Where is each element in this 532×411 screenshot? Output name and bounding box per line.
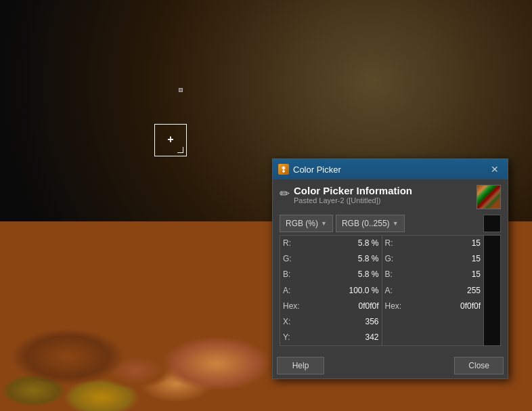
crosshair-inner [155, 125, 186, 156]
label-hex-right: Hex: [385, 300, 407, 313]
value-r-right: 15 [472, 237, 481, 250]
data-columns: R: 5.8 % G: 5.8 % B: 5.8 % A: 100.0 % He… [280, 235, 501, 346]
dropdown-rgb-255-arrow: ▼ [393, 220, 399, 227]
svg-point-0 [282, 167, 286, 170]
dropdown-rgb-255-label: RGB (0..255) [342, 219, 390, 228]
value-x: 356 [365, 316, 378, 328]
table-row: X: 356 [280, 314, 382, 330]
value-y: 342 [365, 331, 378, 344]
pipette-icon: ✏ [280, 186, 290, 201]
value-g-right: 15 [472, 253, 481, 265]
dropdown-rgb-percent-label: RGB (%) [286, 219, 318, 228]
dropdown-rgb-percent-arrow: ▼ [321, 220, 327, 227]
value-hex-left: 0f0f0f [358, 300, 378, 313]
dialog-icon [278, 164, 289, 175]
value-b-right: 15 [472, 268, 481, 281]
label-a-right: A: [385, 284, 407, 297]
label-a-left: A: [283, 284, 305, 297]
dialog-close-button[interactable]: ✕ [487, 162, 502, 177]
value-g-left: 5.8 % [358, 253, 379, 265]
info-header: ✏ Color Picker Information Pasted Layer-… [280, 185, 501, 209]
label-g-left: G: [283, 253, 305, 265]
table-row: G: 15 [382, 251, 484, 267]
label-r-right: R: [385, 237, 407, 250]
label-b-left: B: [283, 268, 305, 281]
table-row: B: 15 [382, 267, 484, 282]
label-g-right: G: [385, 253, 407, 265]
dropdown-rgb-percent[interactable]: RGB (%) ▼ [280, 215, 333, 232]
dropdown-group: RGB (%) ▼ RGB (0..255) ▼ [280, 215, 481, 232]
label-r-left: R: [283, 237, 305, 250]
col-left: R: 5.8 % G: 5.8 % B: 5.8 % A: 100.0 % He… [280, 235, 382, 346]
table-row: A: 255 [382, 283, 484, 299]
value-b-left: 5.8 % [358, 268, 379, 281]
value-r-left: 5.8 % [358, 237, 379, 250]
table-row: Hex: 0f0f0f [382, 299, 484, 314]
col-right: R: 15 G: 15 B: 15 A: 255 Hex: 0f0f0f [382, 235, 484, 346]
info-title-block: Color Picker Information Pasted Layer-2 … [294, 185, 412, 204]
table-row: B: 5.8 % [280, 267, 382, 282]
dialog-titlebar: Color Picker ✕ [273, 159, 508, 179]
crosshair-box [154, 124, 187, 156]
table-row: G: 5.8 % [280, 251, 382, 267]
color-swatch-column [483, 235, 501, 346]
label-x: X: [283, 316, 305, 328]
value-hex-right: 0f0f0f [460, 300, 481, 313]
label-hex-left: Hex: [283, 300, 305, 313]
color-picker-dialog: Color Picker ✕ ✏ Color Picker Informatio… [272, 158, 508, 379]
color-swatch-top [483, 215, 501, 232]
dialog-title-left: Color Picker [278, 164, 341, 175]
dialog-title: Color Picker [293, 165, 341, 175]
thumbnail-image [476, 185, 501, 209]
info-main-title: Color Picker Information [294, 185, 412, 196]
value-a-left: 100.0 % [349, 284, 378, 297]
info-header-left: ✏ Color Picker Information Pasted Layer-… [280, 185, 412, 204]
dropdowns-row: RGB (%) ▼ RGB (0..255) ▼ [280, 215, 501, 232]
table-row: Y: 342 [280, 330, 382, 345]
value-a-right: 255 [467, 284, 481, 297]
close-button[interactable]: Close [454, 357, 504, 374]
help-button[interactable]: Help [277, 357, 324, 374]
table-row: Hex: 0f0f0f [280, 299, 382, 314]
dropdown-rgb-255[interactable]: RGB (0..255) ▼ [336, 215, 405, 232]
dialog-content: ✏ Color Picker Information Pasted Layer-… [273, 179, 508, 351]
table-row: A: 100.0 % [280, 283, 382, 299]
label-y: Y: [283, 331, 305, 344]
table-row: R: 5.8 % [280, 236, 382, 251]
info-subtitle: Pasted Layer-2 ([Untitled]) [294, 196, 412, 204]
table-row: R: 15 [382, 236, 484, 251]
label-b-right: B: [385, 268, 407, 281]
dialog-footer: Help Close [273, 351, 508, 378]
dot-indicator [179, 88, 183, 92]
